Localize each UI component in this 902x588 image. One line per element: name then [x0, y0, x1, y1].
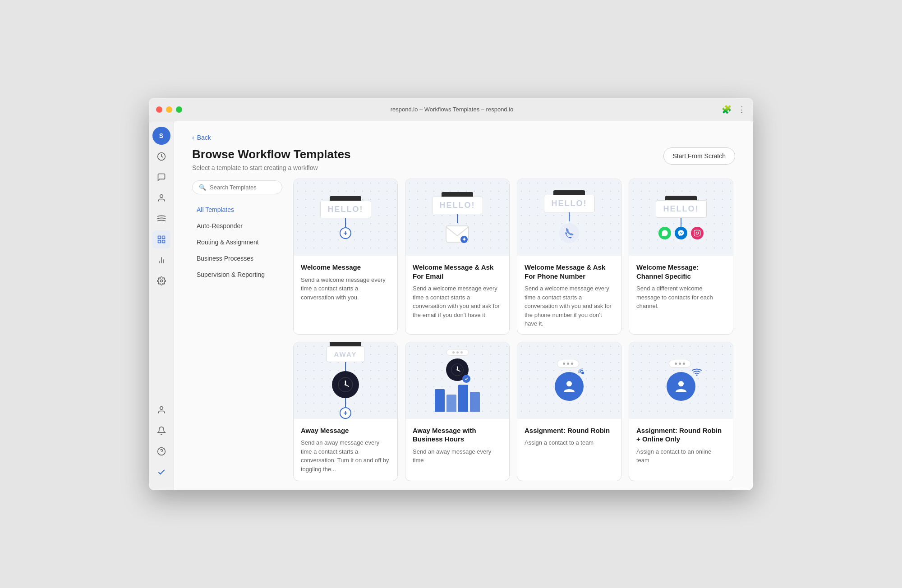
template-card-welcome-channel[interactable]: HELLO! [629, 179, 733, 335]
nav-workflows[interactable] [152, 230, 170, 248]
card-body: Welcome Message & Ask For Phone Number S… [517, 256, 621, 335]
template-card-welcome-email[interactable]: HELLO! ✦ [405, 179, 510, 335]
app-window: respond.io – Workflows Templates – respo… [149, 98, 753, 490]
biz-hours-illustration [435, 349, 480, 412]
messenger-icon [675, 227, 687, 239]
card-title: Welcome Message: Channel Specific [636, 263, 726, 280]
buildings [435, 385, 480, 412]
search-icon: 🔍 [199, 184, 206, 191]
template-card-round-robin[interactable]: Assignment: Round Robin Assign a contact… [517, 342, 621, 482]
svg-point-1 [160, 195, 163, 198]
card-title: Assignment: Round Robin [525, 426, 614, 435]
card-title: Welcome Message & Ask For Phone Number [525, 263, 614, 280]
card-desc: Send a welcome message every time a cont… [413, 284, 502, 319]
connector-line [681, 218, 681, 227]
back-link[interactable]: ‹ Back [192, 134, 735, 141]
search-input[interactable] [210, 184, 276, 191]
card-illustration-welcome-email: HELLO! ✦ [405, 179, 509, 256]
connector-line [345, 362, 346, 371]
card-desc: Send a welcome message every time a cont… [301, 276, 390, 302]
card-title: Welcome Message & Ask For Email [413, 263, 502, 280]
svg-point-19 [699, 231, 699, 231]
add-circle: + [340, 227, 351, 239]
filter-business-processes[interactable]: Business Processes [192, 251, 282, 266]
card-illustration-welcome-phone: HELLO! [517, 179, 621, 256]
nav-dashboard[interactable] [152, 147, 170, 165]
search-box[interactable]: 🔍 [192, 180, 282, 194]
extension-icon[interactable]: 🧩 [722, 105, 732, 115]
card-illustration-welcome: HELLO! + [294, 179, 397, 256]
start-from-scratch-button[interactable]: Start From Scratch [663, 147, 735, 165]
nav-contacts[interactable] [152, 189, 170, 207]
titlebar-actions: 🧩 ⋮ [722, 105, 746, 115]
template-card-welcome-phone[interactable]: HELLO! Welcome Messa [517, 179, 621, 335]
nav-user-profile[interactable] [152, 401, 170, 419]
card-illustration-welcome-channel: HELLO! [629, 179, 733, 256]
chat-bubble-top [446, 349, 469, 356]
filter-routing-assignment[interactable]: Routing & Assignment [192, 235, 282, 249]
sidebar-top: S [152, 127, 170, 401]
hello-card: HELLO! [320, 201, 371, 218]
template-card-welcome-message[interactable]: HELLO! + Welcome Message Send a welcome … [293, 179, 398, 335]
hello-card: AWAY [327, 346, 365, 362]
connector-line [457, 214, 458, 223]
hello-card: HELLO! [432, 197, 483, 214]
card-desc: Send a different welcome message to cont… [636, 284, 726, 311]
nav-settings[interactable] [152, 272, 170, 290]
chat-bubble [669, 360, 691, 368]
welcome-email-illustration: HELLO! ✦ [432, 192, 483, 243]
menu-icon[interactable]: ⋮ [738, 105, 746, 115]
header-text: Browse Workflow Templates Select a templ… [192, 147, 351, 171]
page-subtitle: Select a template to start creating a wo… [192, 164, 351, 171]
nav-help[interactable] [152, 442, 170, 460]
card-illustration-round-robin-online [629, 342, 733, 419]
svg-point-23 [345, 384, 346, 386]
top-bar [330, 196, 361, 201]
filter-sidebar: 🔍 All Templates Auto-Responder Routing &… [192, 179, 282, 481]
nav-conversations[interactable] [152, 168, 170, 186]
card-title: Welcome Message [301, 263, 390, 272]
filter-supervision-reporting[interactable]: Supervision & Reporting [192, 267, 282, 282]
maximize-button[interactable] [176, 106, 182, 113]
filter-auto-responder[interactable]: Auto-Responder [192, 219, 282, 233]
svg-point-9 [160, 280, 162, 282]
back-chevron-icon: ‹ [192, 134, 194, 141]
close-button[interactable] [156, 106, 162, 113]
nav-reports[interactable] [152, 251, 170, 269]
svg-rect-5 [162, 240, 165, 243]
filter-all-templates[interactable]: All Templates [192, 202, 282, 217]
svg-rect-17 [694, 230, 700, 236]
svg-point-28 [566, 381, 572, 386]
template-card-round-robin-online[interactable]: Assignment: Round Robin + Online Only As… [629, 342, 733, 482]
connector-line2 [345, 398, 346, 407]
template-card-away-biz-hours[interactable]: Away Message with Business Hours Send an… [405, 342, 510, 482]
card-body: Away Message Send an away message every … [294, 419, 397, 481]
svg-point-27 [456, 369, 458, 370]
add-circle: + [340, 407, 351, 419]
svg-point-30 [678, 381, 684, 386]
agent-wrapper [555, 372, 584, 401]
welcome-phone-illustration: HELLO! [544, 190, 595, 245]
template-card-away-message[interactable]: AWAY [293, 342, 398, 482]
chat-bubble [557, 360, 579, 368]
nav-notifications[interactable] [152, 422, 170, 440]
wifi-icon [692, 368, 702, 377]
email-icon: ✦ [445, 223, 469, 243]
card-desc: Send a welcome message every time a cont… [525, 284, 614, 328]
svg-rect-2 [158, 236, 161, 239]
nav-broadcast[interactable] [152, 210, 170, 228]
round-robin-online-illustration [667, 360, 695, 401]
svg-text:✦: ✦ [462, 236, 466, 243]
check-badge [462, 375, 470, 383]
card-desc: Assign a contact to a team [525, 438, 614, 447]
traffic-lights [156, 106, 182, 113]
clock-wrapper [446, 358, 469, 381]
welcome-channel-illustration: HELLO! [656, 196, 707, 239]
header-row: Browse Workflow Templates Select a templ… [192, 147, 735, 171]
top-bar [553, 190, 585, 195]
agent-avatar [667, 372, 695, 401]
window-title: respond.io – Workflows Templates – respo… [182, 106, 722, 113]
nav-check[interactable] [152, 463, 170, 481]
avatar-icon[interactable]: S [152, 127, 170, 145]
minimize-button[interactable] [166, 106, 172, 113]
